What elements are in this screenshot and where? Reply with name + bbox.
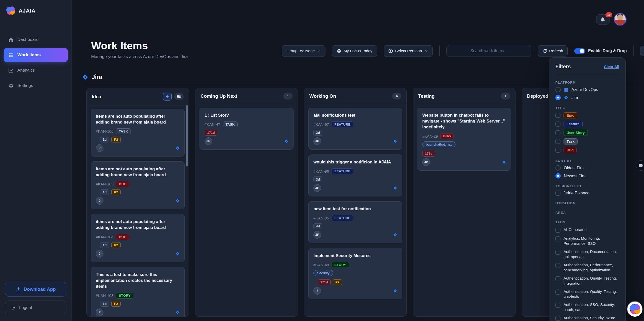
jira-icon [284,139,288,143]
refresh-label: Refresh [549,49,563,53]
checkbox[interactable] [555,250,560,255]
clear-all-link[interactable]: Clear All [604,64,619,69]
card-title: items are not auto populating after addi… [96,113,180,125]
checkbox[interactable] [555,303,560,308]
work-item-card[interactable]: ajai notifications test#KAN-97FEATURE3dJ… [308,108,402,150]
sidebar-item-settings[interactable]: Settings [4,79,68,93]
checkbox[interactable] [555,113,560,118]
checkbox[interactable] [555,191,560,196]
tag-option[interactable]: Authentication, Quality, Testing, integr… [555,276,619,286]
chatbot-launcher-button[interactable] [627,301,643,317]
filter-button[interactable]: Filter [640,46,644,56]
checkbox[interactable] [555,236,560,241]
user-avatar[interactable] [614,13,626,25]
assignee-avatar: ? [96,144,103,152]
column-scrollbar[interactable] [186,105,188,167]
assigned-option[interactable]: Jefrie Polanco [555,191,619,196]
type-option-badge: User Story [564,130,588,136]
type-option[interactable]: Bug [555,147,619,153]
sort-option-label: Oldest First [564,166,585,170]
sidebar-item-analytics[interactable]: Analytics [4,63,68,77]
column-header: Testing1 [413,88,515,104]
filters-title: Filters [555,64,571,70]
card-title: ajai notifications test [313,112,397,118]
azure-devops-icon [564,87,568,92]
tag-option[interactable]: Analytics, Monitoring, Performance, SSO [555,236,619,246]
sort-option[interactable]: Newest First [555,173,619,179]
assigned-options: Jefrie Polanco [555,191,619,196]
work-item-card[interactable]: items are not auto populating after addi… [91,214,185,262]
work-item-card[interactable]: would this trigger a notificion in AJAIA… [308,154,402,196]
search-input[interactable] [446,45,531,57]
radio-button[interactable] [555,87,561,92]
download-app-button[interactable]: Download App [5,282,66,297]
type-option[interactable]: Task [555,138,619,145]
checkbox[interactable] [555,148,560,153]
work-item-card[interactable]: items are not auto populating after addi… [91,109,185,157]
panel-toggle-button[interactable] [636,160,644,171]
work-item-card[interactable]: 1 : 1st Story#KAN-47TASK171dJP [200,108,294,150]
type-option[interactable]: Feature [555,121,619,127]
download-icon [16,287,21,292]
work-item-card[interactable]: Implement Security Mesures#KAN-48STORYSe… [308,248,402,299]
card-id: #KAN-104 [96,235,113,239]
type-option[interactable]: User Story [555,130,619,136]
tag-option[interactable]: Authentication, Security, azure-ad-b2c, … [555,315,619,321]
sort-option[interactable]: Oldest First [555,165,619,171]
tag-pill: Security [313,270,333,276]
iteration-section-label: ITERATION [555,201,619,205]
platform-option-label: Jira [571,95,578,100]
age-badge: 1d [100,301,109,307]
column-title: Working On [309,93,336,99]
work-item-card[interactable]: new item test for notification#KAN-95FEA… [308,201,402,243]
type-option[interactable]: Epic [555,112,619,118]
checkbox[interactable] [555,228,560,233]
sidebar-nav: Dashboard Work Items Analytics Settings [0,33,72,93]
jira-icon [175,146,180,150]
tag-option[interactable]: Authentication, SSO, Security, oauth, sa… [555,302,619,312]
work-item-card[interactable]: items are not auto populating after addi… [91,161,185,209]
tag-option[interactable]: AI-Generated [555,227,619,233]
type-option-badge: Task [564,138,578,145]
notifications-button[interactable]: 10 [596,14,610,25]
column-count-badge: 1 [501,93,510,99]
sidebar-item-work-items[interactable]: Work Items [4,48,68,62]
tag-option[interactable]: Authentication, Performance, benchmarkin… [555,262,619,273]
checkbox[interactable] [555,276,560,281]
card-id: #KAN-48 [313,263,329,267]
checkbox[interactable] [555,139,560,144]
card-list: Website button in chatbot fails to navig… [413,104,515,316]
refresh-button[interactable]: Refresh [538,45,568,57]
platform-option[interactable]: Jira [555,95,619,100]
topbar-cluster: 10 [596,13,626,25]
work-item-card[interactable]: This is a test to make sure this impleme… [91,267,185,316]
type-badge: FEATURE [332,168,353,174]
checkbox[interactable] [555,121,560,127]
tag-option-label: AI-Generated [564,227,587,232]
my-focus-today-button[interactable]: My Focus Today [332,45,377,57]
checkbox[interactable] [555,130,560,135]
select-persona-dropdown[interactable]: Select Persona [384,45,433,57]
age-badge: 3d [313,176,322,182]
checkbox[interactable] [555,316,560,321]
assigned-option-label: Jefrie Polanco [564,191,589,195]
group-by-dropdown[interactable]: Group By: None [282,45,325,57]
radio-button[interactable] [555,95,561,100]
tag-option[interactable]: Authentication, Documentation, api, open… [555,249,619,259]
checkbox[interactable] [555,263,560,268]
sidebar-item-dashboard[interactable]: Dashboard [4,33,68,47]
radio-button[interactable] [555,173,561,179]
card-id: #KAN-97 [313,122,329,127]
logout-button[interactable]: Logout [5,301,66,314]
brain-logo-icon [629,304,641,315]
priority-badge: P2 [111,189,121,195]
platform-option[interactable]: Azure DevOps [555,87,619,92]
work-item-card[interactable]: Website button in chatbot fails to navig… [417,108,511,171]
radio-button[interactable] [555,165,561,171]
add-card-button[interactable]: + [163,93,172,101]
checkbox[interactable] [555,290,560,295]
tag-option[interactable]: Authentication, Quality, Testing, unit-t… [555,289,619,299]
logout-label: Logout [19,305,32,310]
sliders-icon [639,163,643,168]
drag-drop-toggle[interactable] [574,48,585,54]
